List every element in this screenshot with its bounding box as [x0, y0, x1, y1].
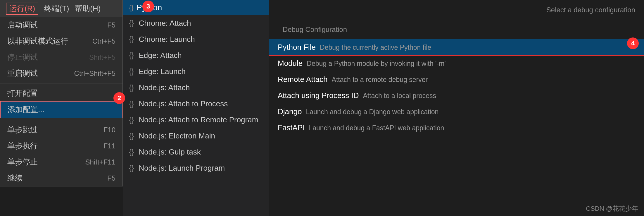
- terminal-menu[interactable]: 终端(T): [44, 4, 69, 14]
- debug-config-input-display: Debug Configuration: [278, 23, 635, 36]
- brace-icon: {}: [129, 19, 134, 28]
- watermark: CSDN @花花少年: [586, 204, 638, 213]
- menu-item-add-config[interactable]: 添加配置...: [0, 101, 122, 118]
- step-badge-2: 2: [113, 92, 125, 104]
- menu-item-step-out[interactable]: 单步停止 Shift+F11: [0, 154, 122, 170]
- middle-panel-item[interactable]: {}Node.js: Electron Main: [123, 128, 269, 144]
- menu-divider-1: [0, 83, 122, 83]
- start-debug-label: 启动调试: [7, 20, 38, 30]
- middle-item-label: Node.js: Gulp task: [139, 148, 201, 157]
- config-name: Module: [278, 59, 303, 68]
- debug-config-list: Python FileDebug the currently active Py…: [269, 39, 644, 136]
- menu-item-stop-debug[interactable]: 停止调试 Shift+F5: [0, 49, 122, 65]
- step-out-label: 单步停止: [7, 157, 38, 167]
- config-name: Django: [278, 107, 302, 116]
- open-config-label: 打开配置: [7, 88, 38, 98]
- run-nodebug-shortcut: Ctrl+F5: [92, 37, 115, 45]
- middle-item-label: Node.js: Attach: [139, 83, 190, 92]
- brace-icon: {}: [129, 131, 134, 140]
- menu-item-step-into[interactable]: 单步执行 F11: [0, 138, 122, 154]
- middle-panel: {} Python {}Chrome: Attach{}Chrome: Laun…: [123, 0, 269, 216]
- config-desc: Debug the currently active Python file: [320, 44, 431, 52]
- brace-icon: {}: [129, 99, 134, 108]
- step-into-label: 单步执行: [7, 141, 38, 151]
- middle-panel-item[interactable]: {}Node.js: Attach: [123, 80, 269, 96]
- step-badge-3: 3: [142, 1, 154, 12]
- config-desc: Launch and debug a FastAPI web applicati…: [309, 124, 444, 132]
- menu-item-restart-debug[interactable]: 重启调试 Ctrl+Shift+F5: [0, 65, 122, 81]
- add-config-label: 添加配置...: [8, 104, 44, 115]
- debug-config-item[interactable]: ModuleDebug a Python module by invoking …: [269, 55, 644, 71]
- config-name: FastAPI: [278, 123, 305, 132]
- middle-panel-item[interactable]: {}Chrome: Launch: [123, 31, 269, 47]
- middle-panel-item[interactable]: {}Node.js: Gulp task: [123, 144, 269, 160]
- config-name: Remote Attach: [278, 75, 328, 84]
- restart-debug-shortcut: Ctrl+Shift+F5: [74, 69, 115, 78]
- menu-divider-2: [0, 120, 122, 120]
- brace-icon: {}: [129, 115, 134, 124]
- debug-config-item[interactable]: FastAPILaunch and debug a FastAPI web ap…: [269, 120, 644, 136]
- middle-item-label: Node.js: Attach to Process: [139, 99, 228, 108]
- right-panel-header: Select a debug configuration: [269, 0, 644, 20]
- debug-config-item[interactable]: Attach using Process IDAttach to a local…: [269, 88, 644, 104]
- stop-debug-shortcut: Shift+F5: [89, 53, 115, 61]
- run-nodebug-label: 以非调试模式运行: [7, 36, 68, 46]
- brace-icon: {}: [129, 164, 134, 173]
- middle-panel-item[interactable]: {}Node.js: Attach to Process: [123, 96, 269, 112]
- middle-item-label: Edge: Launch: [139, 67, 185, 76]
- middle-item-label: Edge: Attach: [139, 51, 182, 60]
- debug-config-item[interactable]: Remote AttachAttach to a remote debug se…: [269, 71, 644, 88]
- middle-panel-item[interactable]: {}Edge: Attach: [123, 47, 269, 64]
- config-desc: Launch and debug a Django web applicatio…: [306, 108, 438, 116]
- braces-header-icon: {}: [129, 4, 134, 12]
- step-badge-4: 4: [627, 37, 639, 49]
- middle-panel-item[interactable]: {}Node.js: Attach to Remote Program: [123, 112, 269, 128]
- brace-icon: {}: [129, 67, 134, 76]
- stop-debug-label: 停止调试: [7, 52, 38, 62]
- continue-shortcut: F5: [107, 174, 115, 182]
- run-menu-title[interactable]: 运行(R): [6, 3, 38, 15]
- menu-bar-header: 运行(R) 终端(T) 帮助(H): [0, 0, 122, 17]
- brace-icon: {}: [129, 148, 134, 157]
- menu-item-start-debug[interactable]: 启动调试 F5: [0, 17, 122, 33]
- middle-panel-item[interactable]: {}Node.js: Launch Program: [123, 160, 269, 176]
- step-out-shortcut: Shift+F11: [85, 158, 115, 166]
- config-name: Attach using Process ID: [278, 91, 359, 100]
- debug-config-item[interactable]: DjangoLaunch and debug a Django web appl…: [269, 104, 644, 120]
- step-into-shortcut: F11: [103, 142, 115, 150]
- debug-config-item[interactable]: Python FileDebug the currently active Py…: [269, 39, 644, 55]
- middle-item-label: Node.js: Attach to Remote Program: [139, 115, 258, 124]
- step-over-label: 单步跳过: [7, 125, 38, 135]
- start-debug-shortcut: F5: [107, 21, 115, 29]
- run-menu-dropdown: 运行(R) 终端(T) 帮助(H) 启动调试 F5 以非调试模式运行 Ctrl+…: [0, 0, 123, 186]
- config-desc: Debug a Python module by invoking it wit…: [307, 60, 446, 68]
- restart-debug-label: 重启调试: [7, 68, 38, 78]
- step-over-shortcut: F10: [103, 126, 115, 134]
- brace-icon: {}: [129, 83, 134, 92]
- help-menu[interactable]: 帮助(H): [75, 4, 101, 14]
- config-name: Python File: [278, 43, 316, 52]
- brace-icon: {}: [129, 51, 134, 60]
- middle-item-label: Node.js: Electron Main: [139, 131, 215, 140]
- middle-item-label: Node.js: Launch Program: [139, 164, 225, 173]
- continue-label: 继续: [7, 173, 23, 183]
- config-desc: Attach to a local process: [363, 92, 436, 100]
- middle-panel-item[interactable]: {}Chrome: Attach: [123, 15, 269, 31]
- middle-items-list: {}Chrome: Attach{}Chrome: Launch{}Edge: …: [123, 15, 269, 176]
- middle-item-label: Chrome: Launch: [139, 35, 195, 44]
- menu-item-run-nodebug[interactable]: 以非调试模式运行 Ctrl+F5: [0, 33, 122, 49]
- middle-item-label: Chrome: Attach: [139, 19, 191, 28]
- right-panel: Select a debug configuration Debug Confi…: [269, 0, 644, 216]
- menu-item-step-over[interactable]: 单步跳过 F10: [0, 122, 122, 138]
- config-desc: Attach to a remote debug server: [332, 76, 428, 84]
- menu-item-open-config[interactable]: 打开配置: [0, 85, 122, 101]
- menu-item-continue[interactable]: 继续 F5: [0, 170, 122, 186]
- middle-panel-item[interactable]: {}Edge: Launch: [123, 64, 269, 80]
- brace-icon: {}: [129, 35, 134, 44]
